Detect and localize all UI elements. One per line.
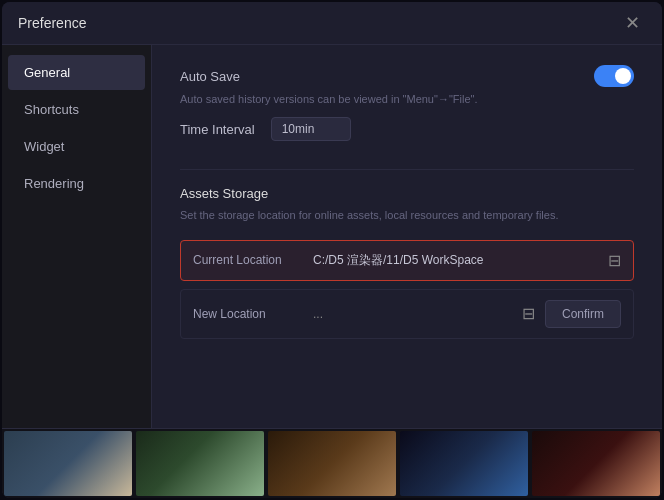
- sidebar-item-widget[interactable]: Widget: [8, 129, 145, 164]
- current-location-row: Current Location C:/D5 渲染器/11/D5 WorkSpa…: [180, 240, 634, 281]
- dialog-title: Preference: [18, 15, 86, 31]
- new-location-label: New Location: [193, 307, 313, 321]
- current-location-path: C:/D5 渲染器/11/D5 WorkSpace: [313, 252, 600, 269]
- thumbnail-2: [136, 431, 264, 496]
- sidebar-item-shortcuts[interactable]: Shortcuts: [8, 92, 145, 127]
- thumbnail-4: [400, 431, 528, 496]
- time-interval-input[interactable]: [271, 117, 351, 141]
- title-bar: Preference ✕: [2, 2, 662, 45]
- auto-save-label: Auto Save: [180, 69, 240, 84]
- confirm-button[interactable]: Confirm: [545, 300, 621, 328]
- new-location-row: New Location ⊟ Confirm: [180, 289, 634, 339]
- preference-dialog: Preference ✕ General Shortcuts Widget Re…: [2, 2, 662, 498]
- time-interval-row: Time Interval: [180, 117, 634, 141]
- auto-save-section: Auto Save Auto saved history versions ca…: [180, 65, 634, 141]
- auto-save-row: Auto Save: [180, 65, 634, 87]
- current-location-label: Current Location: [193, 253, 313, 267]
- sidebar-item-general[interactable]: General: [8, 55, 145, 90]
- divider: [180, 169, 634, 170]
- thumbnail-1: [4, 431, 132, 496]
- dialog-body: General Shortcuts Widget Rendering Auto …: [2, 45, 662, 428]
- assets-storage-desc: Set the storage location for online asse…: [180, 207, 634, 224]
- auto-save-hint: Auto saved history versions can be viewe…: [180, 93, 634, 105]
- current-location-folder-icon[interactable]: ⊟: [608, 251, 621, 270]
- dialog-overlay: Preference ✕ General Shortcuts Widget Re…: [0, 0, 664, 500]
- assets-storage-title: Assets Storage: [180, 186, 634, 201]
- new-location-input[interactable]: [313, 307, 514, 321]
- assets-storage-section: Assets Storage Set the storage location …: [180, 186, 634, 339]
- thumbnail-strip: [2, 428, 662, 498]
- new-location-folder-icon[interactable]: ⊟: [522, 304, 535, 323]
- thumbnail-5: [532, 431, 660, 496]
- sidebar: General Shortcuts Widget Rendering: [2, 45, 152, 428]
- thumbnail-3: [268, 431, 396, 496]
- main-content: Auto Save Auto saved history versions ca…: [152, 45, 662, 428]
- auto-save-toggle[interactable]: [594, 65, 634, 87]
- sidebar-item-rendering[interactable]: Rendering: [8, 166, 145, 201]
- time-interval-label: Time Interval: [180, 122, 255, 137]
- close-button[interactable]: ✕: [619, 12, 646, 34]
